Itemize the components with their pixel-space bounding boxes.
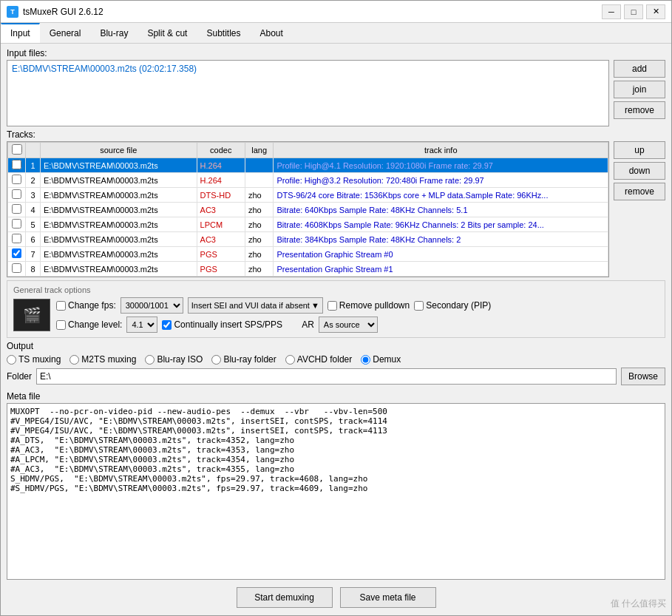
change-level-label: Change level: xyxy=(56,319,122,330)
row-info: Presentation Graphic Stream #0 xyxy=(274,247,608,262)
secondary-pip-checkbox[interactable] xyxy=(414,301,424,311)
row-codec: H.264 xyxy=(197,173,245,188)
row-lang xyxy=(245,158,274,173)
save-meta-file-button[interactable]: Save meta file xyxy=(340,587,436,608)
folder-input[interactable] xyxy=(36,368,617,385)
tab-general[interactable]: General xyxy=(40,23,91,43)
remove-pulldown-checkbox[interactable] xyxy=(327,301,337,311)
row-lang: zho xyxy=(245,217,274,232)
row-checkbox[interactable] xyxy=(12,263,21,273)
app-icon: T xyxy=(7,6,18,18)
header-info: track info xyxy=(274,143,608,158)
bluray-iso-label: Blu-ray ISO xyxy=(145,354,203,365)
table-row[interactable]: 6E:\BDMV\STREAM\00003.m2tsAC3zhoBitrate:… xyxy=(8,232,608,247)
row-checkbox[interactable] xyxy=(12,160,21,169)
main-window: T tsMuxeR GUI 2.6.12 ─ □ ✕ Input General… xyxy=(0,0,672,616)
tab-bluray[interactable]: Blu-ray xyxy=(90,23,138,43)
ts-muxing-radio[interactable] xyxy=(7,355,16,365)
tab-split-cut[interactable]: Split & cut xyxy=(138,23,197,43)
row-checkbox[interactable] xyxy=(12,234,21,243)
insert-sei-dropdown[interactable]: Insert SEI and VUI data if absent ▼ xyxy=(188,297,323,314)
row-lang xyxy=(245,173,274,188)
row-codec: LPCM xyxy=(197,217,245,232)
row-info: Bitrate: 384Kbps Sample Rate: 48KHz Chan… xyxy=(274,232,608,247)
row-codec: DTS-HD xyxy=(197,188,245,203)
header-codec: codec xyxy=(197,143,245,158)
bluray-iso-radio[interactable] xyxy=(145,355,155,365)
row-codec: AC3 xyxy=(197,203,245,217)
row-source: E:\BDMV\STREAM\00003.m2ts xyxy=(41,173,197,188)
demux-label: Demux xyxy=(361,354,401,365)
track-up-button[interactable]: up xyxy=(614,141,665,159)
row-num: 1 xyxy=(26,158,41,173)
bluray-folder-label: Blu-ray folder xyxy=(211,354,276,365)
row-checkbox[interactable] xyxy=(12,204,21,214)
bottom-buttons: Start demuxing Save meta file xyxy=(7,583,665,611)
input-files-label: Input files: xyxy=(7,48,665,58)
minimize-button[interactable]: ─ xyxy=(602,4,621,19)
track-options-content: 🎬 Change fps: 30000/1001 24000/1001 25 3… xyxy=(13,297,659,333)
table-row[interactable]: 4E:\BDMV\STREAM\00003.m2tsAC3zhoBitrate:… xyxy=(8,203,608,217)
tab-input[interactable]: Input xyxy=(1,23,40,43)
change-fps-checkbox[interactable] xyxy=(56,301,66,311)
row-num: 4 xyxy=(26,203,41,217)
change-fps-label: Change fps: xyxy=(56,300,116,311)
input-files-section: Input files: E:\BDMV\STREAM\00003.m2ts (… xyxy=(7,48,665,126)
row-num: 6 xyxy=(26,232,41,247)
change-level-checkbox[interactable] xyxy=(56,320,66,330)
select-all-checkbox[interactable] xyxy=(12,144,22,155)
remove-pulldown-label: Remove pulldown xyxy=(327,300,410,311)
track-options-box: General track options 🎬 Change fps: 3000… xyxy=(7,280,665,338)
row-checkbox[interactable] xyxy=(12,189,21,199)
m2ts-muxing-radio[interactable] xyxy=(69,355,79,365)
tracks-btn-group: up down remove xyxy=(614,141,665,277)
close-button[interactable]: ✕ xyxy=(646,4,665,19)
table-row[interactable]: 2E:\BDMV\STREAM\00003.m2tsH.264Profile: … xyxy=(8,173,608,188)
table-row[interactable]: 5E:\BDMV\STREAM\00003.m2tsLPCMzhoBitrate… xyxy=(8,217,608,232)
row-lang: zho xyxy=(245,203,274,217)
row-num: 2 xyxy=(26,173,41,188)
start-demuxing-button[interactable]: Start demuxing xyxy=(237,587,333,608)
level-select[interactable]: 4.1 4.0 3.2 3.1 xyxy=(126,317,157,333)
row-lang: zho xyxy=(245,247,274,262)
row-source: E:\BDMV\STREAM\00003.m2ts xyxy=(41,232,197,247)
row-num: 3 xyxy=(26,188,41,203)
table-row[interactable]: 7E:\BDMV\STREAM\00003.m2tsPGSzhoPresenta… xyxy=(8,247,608,262)
avchd-folder-radio[interactable] xyxy=(285,355,295,365)
table-row[interactable]: 1E:\BDMV\STREAM\00003.m2tsH.264Profile: … xyxy=(8,158,608,173)
row-info: Profile: High@3.2 Resolution: 720:480i F… xyxy=(274,173,608,188)
input-file-item[interactable]: E:\BDMV\STREAM\00003.m2ts (02:02:17.358) xyxy=(9,62,607,75)
input-files-list[interactable]: E:\BDMV\STREAM\00003.m2ts (02:02:17.358) xyxy=(7,60,609,126)
remove-input-button[interactable]: remove xyxy=(614,101,665,119)
track-down-button[interactable]: down xyxy=(614,162,665,180)
row-source: E:\BDMV\STREAM\00003.m2ts xyxy=(41,262,197,277)
table-row[interactable]: 3E:\BDMV\STREAM\00003.m2tsDTS-HDzhoDTS-9… xyxy=(8,188,608,203)
tracks-table: source file codec lang track info 1E:\BD… xyxy=(7,142,608,277)
header-source: source file xyxy=(41,143,197,158)
demux-radio[interactable] xyxy=(361,355,370,365)
ar-select[interactable]: As source 4:3 16:9 xyxy=(319,317,378,333)
row-checkbox[interactable] xyxy=(12,175,21,184)
join-button[interactable]: join xyxy=(614,81,665,98)
tab-subtitles[interactable]: Subtitles xyxy=(197,23,250,43)
track-remove-button[interactable]: remove xyxy=(614,183,665,200)
continually-sps-checkbox[interactable] xyxy=(162,320,172,330)
fps-select[interactable]: 30000/1001 24000/1001 25 30 50 60000/100… xyxy=(121,297,183,314)
main-content: Input files: E:\BDMV\STREAM\00003.m2ts (… xyxy=(1,44,671,615)
maximize-button[interactable]: □ xyxy=(624,4,643,19)
tab-about[interactable]: About xyxy=(250,23,292,43)
meta-section: Meta file xyxy=(7,391,665,580)
track-row-level: Change level: 4.1 4.0 3.2 3.1 Continuall… xyxy=(56,317,659,333)
row-checkbox[interactable] xyxy=(12,248,21,258)
row-checkbox[interactable] xyxy=(12,219,21,229)
row-codec: AC3 xyxy=(197,232,245,247)
row-codec: PGS xyxy=(197,262,245,277)
secondary-pip-label: Secondary (PIP) xyxy=(414,300,491,311)
add-button[interactable]: add xyxy=(614,60,665,78)
row-source: E:\BDMV\STREAM\00003.m2ts xyxy=(41,203,197,217)
table-row[interactable]: 8E:\BDMV\STREAM\00003.m2tsPGSzhoPresenta… xyxy=(8,262,608,277)
bluray-folder-radio[interactable] xyxy=(211,355,221,365)
meta-textarea[interactable] xyxy=(7,403,665,580)
tracks-header-row: source file codec lang track info xyxy=(8,143,608,158)
browse-button[interactable]: Browse xyxy=(621,368,665,385)
